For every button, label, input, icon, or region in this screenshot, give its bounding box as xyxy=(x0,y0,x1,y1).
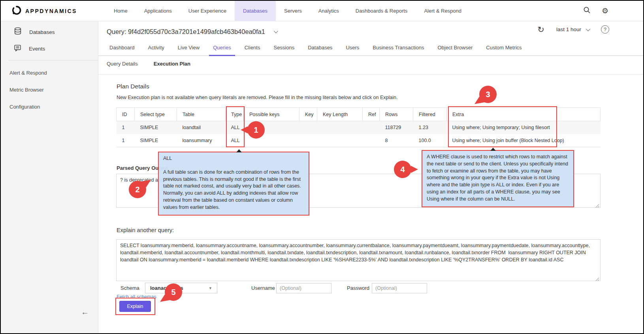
appdynamics-logo-icon xyxy=(12,6,21,17)
help-icon[interactable]: ? xyxy=(601,25,609,34)
app-window: APPDYNAMICS Home Applications User Exper… xyxy=(0,0,644,334)
table-header-row: ID Select type Table Type Possible keys … xyxy=(117,108,601,121)
col-ref: Ref xyxy=(363,108,380,121)
tab-dashboard[interactable]: Dashboard xyxy=(105,42,139,55)
brand[interactable]: APPDYNAMICS xyxy=(12,6,77,17)
primary-nav: Home Applications User Experience Databa… xyxy=(105,1,470,21)
callout-5: 5 xyxy=(165,283,182,301)
schema-label: Schema xyxy=(121,285,139,291)
brand-name: APPDYNAMICS xyxy=(25,8,77,14)
nav-item-home[interactable]: Home xyxy=(105,1,136,21)
cell-table: loandtail xyxy=(177,121,226,134)
subtab-query-details[interactable]: Query Details xyxy=(107,61,138,67)
col-key-length: Key Length xyxy=(317,108,363,121)
page-title: Query: 9f4d2f055d70c3a7201e1499afcb463b4… xyxy=(107,28,265,36)
tab-activity[interactable]: Activity xyxy=(144,42,168,55)
nav-item-applications[interactable]: Applications xyxy=(136,1,180,21)
subtab-execution-plan[interactable]: Execution Plan xyxy=(154,61,190,67)
divider xyxy=(98,74,643,75)
nav-item-user-experience[interactable]: User Experience xyxy=(180,1,235,21)
tab-users[interactable]: Users xyxy=(342,42,363,55)
sidebar-divider xyxy=(9,60,98,60)
sidebar-item-databases[interactable]: Databases xyxy=(1,24,98,40)
col-id: ID xyxy=(117,108,135,121)
plan-note: New Execution plan is not available when… xyxy=(117,95,397,100)
fetch-all-schemas-link[interactable]: Fetch all schemas xyxy=(117,294,156,300)
tooltip-arrow-icon xyxy=(236,149,242,152)
chevron-down-icon: ▼ xyxy=(209,286,212,290)
sidebar: Databases Events Alert & Respond Metric … xyxy=(1,21,98,333)
chevron-down-icon[interactable] xyxy=(586,26,590,31)
cell-id: 1 xyxy=(117,134,135,147)
col-filtered: Filtered xyxy=(413,108,447,121)
callout-2: 2 xyxy=(129,181,146,198)
username-input[interactable] xyxy=(276,283,331,293)
col-rows: Rows xyxy=(380,108,413,121)
nav-item-servers[interactable]: Servers xyxy=(276,1,310,21)
execution-plan-table: ID Select type Table Type Possible keys … xyxy=(116,107,601,147)
col-key: Key xyxy=(299,108,317,121)
callout-4: 4 xyxy=(394,161,411,178)
tab-object-browser[interactable]: Object Browser xyxy=(433,42,476,55)
gear-icon[interactable]: ⚙ xyxy=(602,7,608,15)
tab-databases[interactable]: Databases xyxy=(304,42,336,55)
tab-live-view[interactable]: Live View xyxy=(174,42,203,55)
query-input-area: SELECT loansummary.memberid, loansummary… xyxy=(116,239,601,283)
tooltip-body: A WHERE clause is used to restrict which… xyxy=(427,154,569,203)
table-row: 1 SIMPLE loansummary ALL 8 100.0 Using w… xyxy=(117,134,601,147)
events-icon xyxy=(13,44,22,54)
callout-3: 3 xyxy=(479,86,497,103)
plan-details-heading: Plan Details xyxy=(117,83,149,90)
col-select-type: Select type xyxy=(135,108,177,121)
tooltip-body: A full table scan is done for each combi… xyxy=(163,169,304,211)
extra-where-tooltip: A WHERE clause is used to restrict which… xyxy=(422,150,574,207)
cell-extra-link[interactable]: Using where; Using temporary; Using file… xyxy=(447,121,601,134)
sidebar-item-alert-respond[interactable]: Alert & Respond xyxy=(1,64,98,81)
col-type: Type xyxy=(226,108,244,121)
cell-rows: 8 xyxy=(380,134,413,147)
password-input[interactable] xyxy=(372,283,427,293)
explain-button[interactable]: Explain xyxy=(119,301,151,312)
nav-item-databases[interactable]: Databases xyxy=(235,1,276,21)
tab-bar: Dashboard Activity Live View Queries Cli… xyxy=(98,42,643,56)
nav-item-dashboards-reports[interactable]: Dashboards & Reports xyxy=(347,1,416,21)
collapse-sidebar-icon[interactable]: ← xyxy=(81,308,89,317)
sidebar-item-configuration[interactable]: Configuration xyxy=(1,98,98,115)
sidebar-item-events[interactable]: Events xyxy=(1,40,98,57)
cell-filtered: 100.0 xyxy=(413,134,447,147)
time-range-selector[interactable]: last 1 hour xyxy=(556,26,581,32)
sidebar-label-events: Events xyxy=(29,46,45,52)
search-icon[interactable] xyxy=(583,6,591,15)
callout-1: 1 xyxy=(247,121,265,139)
tab-clients[interactable]: Clients xyxy=(241,42,264,55)
cell-key-length xyxy=(317,134,363,147)
subtab-bar: Query Details Execution Plan xyxy=(107,61,190,67)
nav-item-alert-respond[interactable]: Alert & Respond xyxy=(416,1,470,21)
type-all-tooltip: ALL A full table scan is done for each c… xyxy=(158,152,309,216)
table-row: 1 SIMPLE loandtail ALL 118729 1.23 Using… xyxy=(117,121,601,134)
cell-type-link[interactable]: ALL xyxy=(226,134,244,147)
cell-select-type: SIMPLE xyxy=(135,121,177,134)
query-input-textarea[interactable]: SELECT loansummary.memberid, loansummary… xyxy=(116,239,601,281)
cell-extra-link[interactable]: Using where; Using join buffer (Block Ne… xyxy=(447,134,601,147)
tab-business-transactions[interactable]: Business Transactions xyxy=(369,42,428,55)
query-header: Query: 9f4d2f055d70c3a7201e1499afcb463b4… xyxy=(107,24,277,39)
tab-sessions[interactable]: Sessions xyxy=(269,42,298,55)
tooltip-arrow-icon xyxy=(490,148,496,151)
cell-ref xyxy=(363,134,380,147)
refresh-icon[interactable]: ↻ xyxy=(537,25,544,34)
col-possible-keys: Possible keys xyxy=(244,108,299,121)
cell-filtered: 1.23 xyxy=(413,121,447,134)
tab-custom-metrics[interactable]: Custom Metrics xyxy=(482,42,525,55)
sidebar-item-metric-browser[interactable]: Metric Browser xyxy=(1,81,98,98)
cell-key xyxy=(299,134,317,147)
nav-item-analytics[interactable]: Analytics xyxy=(310,1,347,21)
col-table: Table xyxy=(177,108,226,121)
header-controls: ↻ last 1 hour ? xyxy=(537,25,609,34)
sidebar-label-databases: Databases xyxy=(29,29,55,35)
col-extra: Extra xyxy=(447,108,601,121)
chevron-down-icon[interactable] xyxy=(274,29,278,33)
tooltip-title: ALL xyxy=(163,155,304,162)
tab-queries[interactable]: Queries xyxy=(209,42,235,55)
cell-key xyxy=(299,121,317,134)
